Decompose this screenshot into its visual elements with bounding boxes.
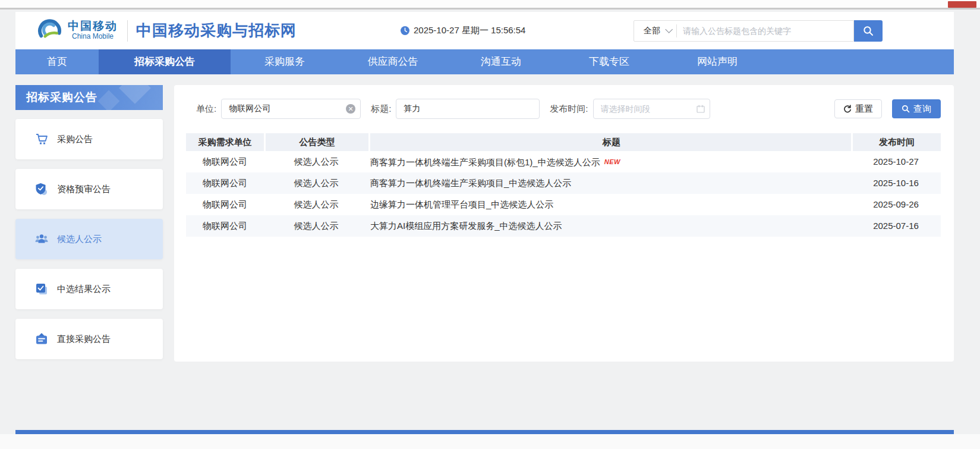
datetime-text: 2025-10-27 星期一 15:56:54: [414, 25, 525, 36]
nav-item[interactable]: 采购服务: [231, 49, 339, 74]
table-row[interactable]: 物联网公司 候选人公示 商客算力一体机终端生产采购项目(标包1)_中选候选人公示…: [186, 151, 941, 172]
col-header-type: 公告类型: [264, 133, 368, 151]
col-header-date: 发布时间: [851, 133, 941, 151]
datetime: 2025-10-27 星期一 15:56:54: [401, 25, 525, 36]
refresh-icon: [843, 105, 852, 113]
nav-item[interactable]: 网站声明: [663, 49, 771, 74]
row-type: 候选人公示: [264, 172, 368, 194]
calendar-icon: [697, 105, 705, 113]
sidebar-item-label: 采购公告: [57, 134, 93, 145]
keyword-search-input[interactable]: [677, 26, 853, 36]
sidebar-list: 采购公告 资格预审公告: [15, 119, 163, 359]
row-unit: 物联网公司: [186, 151, 264, 172]
col-header-unit: 采购需求单位: [186, 133, 264, 151]
clock-icon: [401, 26, 409, 35]
new-badge: NEW: [604, 158, 620, 165]
title-filter-label: 标题:: [371, 103, 391, 115]
date-filter-label: 发布时间:: [550, 103, 588, 115]
main-panel: 单位: ✕ 标题: 发布时间:: [174, 85, 954, 362]
nav-item-label: 下载专区: [589, 56, 629, 67]
sidebar: 招标采购公告 采购公告: [15, 85, 163, 369]
announcement-link[interactable]: 大算力AI模组应用方案研发服务_中选候选人公示: [370, 221, 562, 231]
site-header: 中国移动 China Mobile 中国移动采购与招标网 2025-10-27 …: [15, 12, 954, 49]
header-divider: [127, 20, 128, 42]
nav-item-label: 招标采购公告: [134, 56, 195, 67]
unit-filter-label: 单位:: [196, 103, 216, 115]
table-row[interactable]: 物联网公司 候选人公示 商客算力一体机终端生产采购项目_中选候选人公示 2025…: [186, 172, 941, 194]
announcement-link[interactable]: 边缘算力一体机管理平台项目_中选候选人公示: [370, 199, 553, 209]
nav-item-label: 沟通互动: [481, 56, 521, 67]
sidebar-item[interactable]: 采购公告: [15, 119, 163, 159]
row-unit: 物联网公司: [186, 194, 264, 215]
row-date: 2025-07-16: [851, 215, 941, 237]
sidebar-item-label: 候选人公示: [57, 234, 102, 245]
below-footer: [0, 434, 980, 449]
row-date: 2025-10-27: [851, 151, 941, 172]
nav-item-label: 网站声明: [697, 56, 738, 67]
reset-button-label: 重置: [855, 103, 873, 115]
announcement-link[interactable]: 商客算力一体机终端生产采购项目_中选候选人公示: [370, 178, 571, 188]
nav-item-label: 首页: [47, 56, 67, 67]
date-range-input[interactable]: [593, 99, 710, 119]
cart-icon: [34, 132, 49, 146]
table-row[interactable]: 物联网公司 候选人公示 边缘算力一体机管理平台项目_中选候选人公示 2025-0…: [186, 194, 941, 215]
row-type: 候选人公示: [264, 151, 368, 172]
nav-item[interactable]: 下载专区: [555, 49, 663, 74]
brand-text: 中国移动 China Mobile: [68, 20, 118, 40]
header-search: 全部: [634, 20, 883, 42]
query-button[interactable]: 查询: [892, 99, 941, 118]
announcement-table: 采购需求单位 公告类型 标题 发布时间 物联网公司 候选人公示 商客算力一体机终…: [186, 133, 941, 237]
row-date: 2025-09-26: [851, 194, 941, 215]
checkbox-icon: [34, 282, 49, 296]
nav-item[interactable]: 招标采购公告: [99, 49, 231, 74]
announcement-link[interactable]: 商客算力一体机终端生产采购项目(标包1)_中选候选人公示: [370, 157, 600, 167]
col-header-title: 标题: [368, 133, 851, 151]
logo[interactable]: 中国移动 China Mobile: [37, 18, 118, 44]
header-search-button[interactable]: [854, 20, 883, 42]
query-button-label: 查询: [913, 103, 931, 115]
sidebar-item[interactable]: 资格预审公告: [15, 169, 163, 209]
content: 招标采购公告 采购公告: [15, 74, 954, 369]
table-header: 采购需求单位 公告类型 标题 发布时间: [186, 133, 941, 151]
row-date: 2025-10-16: [851, 172, 941, 194]
search-scope-select[interactable]: 全部: [634, 26, 676, 36]
chevron-down-icon: [665, 26, 673, 33]
brand-name-cn: 中国移动: [68, 20, 118, 33]
footer-top-bar: [15, 430, 954, 434]
sidebar-item[interactable]: 候选人公示: [15, 219, 163, 259]
main-nav: 首页 招标采购公告 采购服务 供应商公告 沟通互动 下载专区 网站声明: [15, 49, 954, 74]
row-title-cell: 边缘算力一体机管理平台项目_中选候选人公示: [368, 194, 851, 215]
nav-item[interactable]: 沟通互动: [447, 49, 555, 74]
row-type: 候选人公示: [264, 215, 368, 237]
row-title-cell: 大算力AI模组应用方案研发服务_中选候选人公示: [368, 215, 851, 237]
brand-name-en: China Mobile: [68, 33, 118, 40]
row-title-cell: 商客算力一体机终端生产采购项目(标包1)_中选候选人公示NEW: [368, 151, 851, 172]
filter-row: 单位: ✕ 标题: 发布时间:: [186, 99, 941, 119]
recording-indicator-badge: [948, 1, 976, 8]
nav-item[interactable]: 供应商公告: [339, 49, 447, 74]
search-icon: [902, 105, 910, 113]
row-type: 候选人公示: [264, 194, 368, 215]
title-filter-input[interactable]: [396, 99, 540, 119]
page: 中国移动 China Mobile 中国移动采购与招标网 2025-10-27 …: [15, 12, 954, 434]
sidebar-item[interactable]: 直接采购公告: [15, 319, 163, 359]
reset-button[interactable]: 重置: [834, 99, 882, 118]
sidebar-item-label: 中选结果公示: [57, 284, 111, 295]
people-icon: [34, 232, 49, 246]
nav-item-label: 采购服务: [264, 56, 305, 67]
row-unit: 物联网公司: [186, 172, 264, 194]
shield-check-icon: [34, 182, 49, 196]
sidebar-item[interactable]: 中选结果公示: [15, 269, 163, 309]
nav-item[interactable]: 首页: [15, 49, 99, 74]
search-icon: [863, 26, 874, 36]
table-row[interactable]: 物联网公司 候选人公示 大算力AI模组应用方案研发服务_中选候选人公示 2025…: [186, 215, 941, 237]
browser-chrome: [0, 0, 980, 10]
sidebar-item-label: 直接采购公告: [57, 334, 111, 345]
sidebar-item-label: 资格预审公告: [57, 184, 111, 195]
nav-item-label: 供应商公告: [368, 56, 418, 67]
table-body: 物联网公司 候选人公示 商客算力一体机终端生产采购项目(标包1)_中选候选人公示…: [186, 151, 941, 237]
unit-filter-input[interactable]: [221, 99, 361, 119]
sidebar-title: 招标采购公告: [15, 85, 163, 110]
row-unit: 物联网公司: [186, 215, 264, 237]
document-icon: [34, 332, 49, 346]
